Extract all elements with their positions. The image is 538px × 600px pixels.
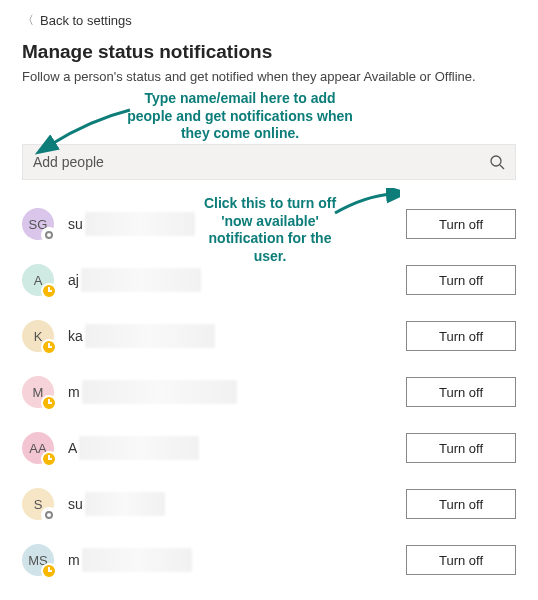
person-name-prefix: m <box>68 552 80 568</box>
avatar: K <box>22 320 54 352</box>
add-people-input[interactable] <box>33 154 489 170</box>
turn-off-button[interactable]: Turn off <box>406 265 516 295</box>
turn-off-button[interactable]: Turn off <box>406 321 516 351</box>
offline-presence-icon <box>41 507 57 523</box>
svg-point-0 <box>491 156 501 166</box>
redacted-name <box>82 380 237 404</box>
person-name-prefix: ka <box>68 328 83 344</box>
page-subtitle: Follow a person's status and get notifie… <box>0 67 538 94</box>
away-presence-icon <box>41 563 57 579</box>
away-presence-icon <box>41 283 57 299</box>
page-title: Manage status notifications <box>0 33 538 67</box>
away-presence-icon <box>41 339 57 355</box>
offline-presence-icon <box>41 227 57 243</box>
people-list: SGsuTurn offAajTurn offKkaTurn offMmTurn… <box>0 192 538 588</box>
redacted-name <box>85 212 195 236</box>
back-label: Back to settings <box>40 13 132 28</box>
person-row: KkaTurn off <box>22 308 516 364</box>
person-name-prefix: aj <box>68 272 79 288</box>
turn-off-button[interactable]: Turn off <box>406 489 516 519</box>
away-presence-icon <box>41 451 57 467</box>
redacted-name <box>81 268 201 292</box>
avatar: SG <box>22 208 54 240</box>
avatar: A <box>22 264 54 296</box>
avatar: MS <box>22 544 54 576</box>
chevron-left-icon: 〈 <box>22 12 34 29</box>
svg-line-1 <box>500 165 504 169</box>
search-icon <box>489 154 505 170</box>
turn-off-button[interactable]: Turn off <box>406 377 516 407</box>
person-row: MSmTurn off <box>22 532 516 588</box>
person-row: AajTurn off <box>22 252 516 308</box>
person-row: SsuTurn off <box>22 476 516 532</box>
person-name-prefix: su <box>68 216 83 232</box>
person-name-prefix: su <box>68 496 83 512</box>
redacted-name <box>85 324 215 348</box>
person-name-prefix: A <box>68 440 77 456</box>
person-row: SGsuTurn off <box>22 196 516 252</box>
turn-off-button[interactable]: Turn off <box>406 209 516 239</box>
person-row: AAATurn off <box>22 420 516 476</box>
redacted-name <box>82 548 192 572</box>
turn-off-button[interactable]: Turn off <box>406 433 516 463</box>
turn-off-button[interactable]: Turn off <box>406 545 516 575</box>
add-people-search[interactable] <box>22 144 516 180</box>
redacted-name <box>79 436 199 460</box>
avatar: AA <box>22 432 54 464</box>
back-to-settings-link[interactable]: 〈 Back to settings <box>0 0 538 33</box>
annotation-add-people: Type name/email here to add people and g… <box>125 90 355 143</box>
away-presence-icon <box>41 395 57 411</box>
person-name-prefix: m <box>68 384 80 400</box>
avatar: S <box>22 488 54 520</box>
person-row: MmTurn off <box>22 364 516 420</box>
redacted-name <box>85 492 165 516</box>
avatar: M <box>22 376 54 408</box>
